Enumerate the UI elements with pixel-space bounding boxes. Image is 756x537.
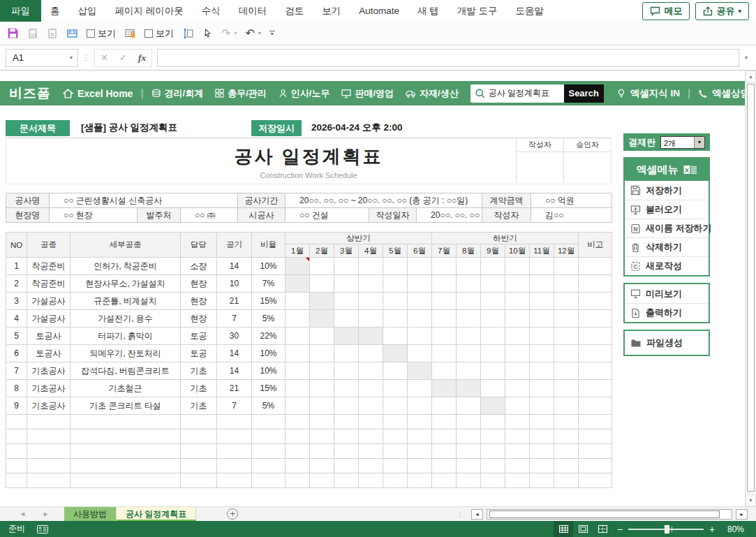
empty-cell[interactable] bbox=[359, 415, 383, 429]
empty-cell[interactable] bbox=[286, 444, 310, 459]
ribbon-tab-4[interactable]: 페이지 레이아웃 bbox=[106, 0, 193, 22]
gantt-cell[interactable] bbox=[359, 380, 383, 397]
doc-title-value[interactable]: [샘플] 공사 일정계획표 bbox=[81, 122, 177, 134]
gantt-cell[interactable] bbox=[359, 397, 383, 415]
empty-cell[interactable] bbox=[252, 429, 286, 444]
gantt-cell[interactable] bbox=[432, 380, 457, 397]
empty-cell[interactable] bbox=[505, 429, 530, 444]
empty-cell[interactable] bbox=[71, 473, 181, 488]
empty-cell[interactable] bbox=[334, 429, 359, 444]
detail-cell[interactable]: 터파기, 흙막이 bbox=[71, 328, 181, 345]
scroll-down-icon[interactable]: ▼ bbox=[746, 494, 756, 506]
gantt-cell[interactable] bbox=[359, 275, 383, 293]
page-layout-view-button[interactable] bbox=[573, 521, 593, 537]
type-cell[interactable]: 기초공사 bbox=[27, 362, 71, 380]
menu-button-load[interactable]: 불러오기 bbox=[625, 200, 709, 219]
vertical-scrollbar[interactable]: ▲ ▼ bbox=[745, 71, 756, 506]
ribbon-tab-9[interactable]: Automate bbox=[350, 0, 408, 22]
no-cell[interactable]: 7 bbox=[6, 362, 27, 380]
empty-cell[interactable] bbox=[252, 459, 286, 473]
gantt-cell[interactable] bbox=[408, 328, 432, 345]
days-cell[interactable]: 7 bbox=[217, 397, 252, 415]
empty-cell[interactable] bbox=[334, 415, 359, 429]
empty-cell[interactable] bbox=[181, 429, 217, 444]
empty-cell[interactable] bbox=[530, 459, 554, 473]
owner-cell[interactable]: 기초 bbox=[181, 380, 217, 397]
gantt-cell[interactable] bbox=[359, 258, 383, 275]
schedule-header-cell[interactable]: 비율 bbox=[252, 233, 286, 258]
ratio-cell[interactable]: 15% bbox=[252, 293, 286, 310]
month-header-cell[interactable]: 4월 bbox=[359, 244, 383, 258]
empty-cell[interactable] bbox=[432, 444, 457, 459]
month-header-cell[interactable]: 8월 bbox=[457, 244, 481, 258]
gantt-cell[interactable] bbox=[505, 362, 530, 380]
sheet-next-icon[interactable]: ► bbox=[43, 510, 49, 517]
remark-cell[interactable] bbox=[579, 345, 612, 362]
ribbon-tab-6[interactable]: 데이터 bbox=[230, 0, 276, 22]
days-cell[interactable]: 21 bbox=[217, 380, 252, 397]
empty-cell[interactable] bbox=[27, 429, 71, 444]
gantt-cell[interactable] bbox=[554, 328, 579, 345]
days-cell[interactable]: 14 bbox=[217, 362, 252, 380]
empty-cell[interactable] bbox=[579, 429, 612, 444]
gantt-cell[interactable] bbox=[408, 310, 432, 328]
bizform-logo[interactable]: 비즈폼 bbox=[9, 84, 51, 103]
empty-cell[interactable] bbox=[432, 429, 457, 444]
info-value-cell[interactable]: 김○○ bbox=[531, 208, 612, 223]
scroll-up-icon[interactable]: ▲ bbox=[746, 71, 756, 82]
gantt-cell[interactable] bbox=[334, 258, 359, 275]
days-cell[interactable]: 30 bbox=[217, 328, 252, 345]
remark-cell[interactable] bbox=[579, 380, 612, 397]
gantt-cell[interactable] bbox=[530, 380, 554, 397]
gantt-cell[interactable] bbox=[554, 362, 579, 380]
empty-cell[interactable] bbox=[554, 415, 579, 429]
detail-cell[interactable]: 기초 콘크리트 타설 bbox=[71, 397, 181, 415]
info-label-cell[interactable]: 시공사 bbox=[238, 208, 286, 223]
gantt-cell[interactable] bbox=[359, 362, 383, 380]
checkbox-icon[interactable] bbox=[87, 29, 95, 38]
search-input[interactable] bbox=[489, 89, 557, 98]
type-cell[interactable]: 토공사 bbox=[27, 328, 71, 345]
ratio-cell[interactable]: 5% bbox=[252, 397, 286, 415]
gantt-cell[interactable] bbox=[481, 275, 505, 293]
freeze-panes-icon[interactable] bbox=[66, 28, 78, 39]
gantt-cell[interactable] bbox=[286, 310, 310, 328]
horizontal-scroll-track[interactable] bbox=[487, 509, 732, 520]
detail-cell[interactable]: 되메우기, 잔토처리 bbox=[71, 345, 181, 362]
excel-home-link[interactable]: Excel Home bbox=[63, 88, 133, 99]
empty-cell[interactable] bbox=[505, 415, 530, 429]
signature-label-cell[interactable]: 작성자 bbox=[516, 138, 563, 152]
bizform-link-1[interactable]: 엑셀지식 IN bbox=[616, 87, 680, 100]
gantt-cell[interactable] bbox=[481, 362, 505, 380]
gantt-cell[interactable] bbox=[432, 310, 457, 328]
schedule-header-cell[interactable]: 하반기 bbox=[432, 233, 579, 244]
days-cell[interactable]: 14 bbox=[217, 345, 252, 362]
gantt-cell[interactable] bbox=[481, 328, 505, 345]
empty-cell[interactable] bbox=[383, 444, 408, 459]
empty-cell[interactable] bbox=[217, 473, 252, 488]
gantt-cell[interactable] bbox=[481, 397, 505, 415]
bizform-category-3[interactable]: 인사/노무 bbox=[279, 87, 330, 100]
empty-cell[interactable] bbox=[481, 429, 505, 444]
owner-cell[interactable]: 토공 bbox=[181, 345, 217, 362]
empty-cell[interactable] bbox=[286, 429, 310, 444]
owner-cell[interactable]: 현장 bbox=[181, 293, 217, 310]
empty-cell[interactable] bbox=[181, 415, 217, 429]
confirm-entry-icon[interactable]: ✓ bbox=[114, 52, 133, 63]
gantt-cell[interactable] bbox=[481, 345, 505, 362]
schedule-header-cell[interactable]: 세부공종 bbox=[71, 233, 181, 258]
month-header-cell[interactable]: 10월 bbox=[505, 244, 530, 258]
info-label-cell[interactable]: 공사명 bbox=[6, 193, 50, 208]
ribbon-tab-1[interactable]: 파일 bbox=[0, 0, 41, 22]
info-value-cell[interactable]: ○○ ㈜ bbox=[181, 208, 238, 223]
ratio-cell[interactable]: 5% bbox=[252, 310, 286, 328]
gantt-cell[interactable] bbox=[383, 293, 408, 310]
scroll-right-icon[interactable]: ► bbox=[736, 509, 748, 520]
empty-cell[interactable] bbox=[530, 444, 554, 459]
save-icon[interactable] bbox=[7, 27, 19, 39]
name-box[interactable]: A1 ▾ bbox=[6, 49, 78, 67]
empty-cell[interactable] bbox=[359, 429, 383, 444]
gantt-cell[interactable] bbox=[383, 397, 408, 415]
ratio-cell[interactable]: 10% bbox=[252, 345, 286, 362]
menu-button-saveas[interactable]: N새이름 저장하기 bbox=[625, 219, 709, 237]
